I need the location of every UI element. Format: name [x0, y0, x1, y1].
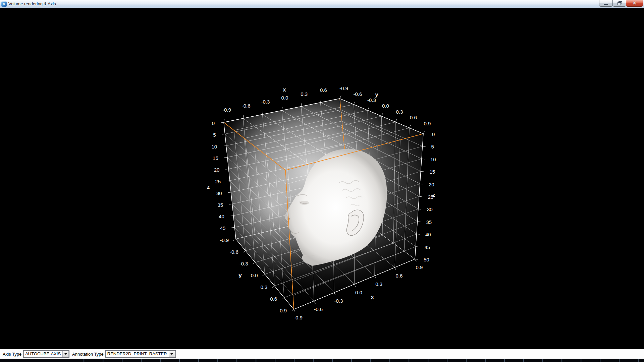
svg-text:-0.9: -0.9 [222, 107, 231, 113]
svg-text:0.6: 0.6 [320, 87, 327, 93]
minimize-button[interactable] [599, 0, 613, 7]
svg-text:y: y [238, 272, 242, 279]
svg-text:5: 5 [213, 132, 216, 138]
3d-scene[interactable]: -0.9-0.6-0.30.00.30.6x-0.9-0.6-0.30.00.3… [0, 8, 644, 349]
close-icon: ✕ [633, 0, 637, 6]
svg-text:0.3: 0.3 [375, 281, 382, 287]
svg-text:45: 45 [220, 225, 226, 231]
svg-text:0.3: 0.3 [301, 91, 308, 97]
axis-type-value: AUTOCUBE-AXIS [23, 351, 62, 357]
annotation-type-value: RENDER2D_PRINT_RASTER [106, 351, 168, 357]
axis-type-select[interactable]: AUTOCUBE-AXIS [23, 350, 69, 358]
svg-text:0.0: 0.0 [355, 290, 362, 295]
taskbar-button-edges [65, 359, 644, 362]
svg-text:-0.6: -0.6 [230, 249, 238, 255]
svg-text:40: 40 [425, 232, 431, 237]
svg-text:0.3: 0.3 [396, 109, 403, 115]
svg-text:5: 5 [431, 144, 434, 149]
svg-text:-0.3: -0.3 [334, 298, 343, 304]
window-controls: ✕ [599, 0, 643, 7]
svg-text:0: 0 [212, 120, 215, 126]
close-button[interactable]: ✕ [626, 0, 643, 7]
svg-text:0.9: 0.9 [424, 121, 431, 126]
svg-text:0.0: 0.0 [382, 103, 389, 109]
application-window: V Volume rendering & Axis ✕ -0.9-0.6-0.3… [0, 0, 644, 362]
svg-text:x: x [371, 294, 374, 300]
minimize-icon [604, 4, 608, 5]
annotation-type-label: Annotation Type [72, 352, 104, 357]
svg-text:10: 10 [212, 144, 217, 149]
svg-text:0.3: 0.3 [260, 284, 267, 290]
svg-text:-0.3: -0.3 [261, 99, 270, 105]
svg-text:-0.9: -0.9 [220, 237, 229, 243]
svg-text:0.6: 0.6 [395, 273, 402, 279]
svg-text:15: 15 [430, 169, 435, 175]
dropdown-arrow-icon [64, 353, 67, 355]
svg-text:-0.6: -0.6 [354, 91, 362, 97]
svg-text:0.0: 0.0 [251, 273, 258, 278]
svg-text:15: 15 [213, 155, 218, 161]
svg-text:50: 50 [424, 257, 429, 262]
svg-text:-0.6: -0.6 [242, 103, 251, 109]
restore-icon [618, 1, 622, 5]
annotation-type-select[interactable]: RENDER2D_PRINT_RASTER [105, 350, 176, 358]
title-bar[interactable]: V Volume rendering & Axis ✕ [0, 0, 644, 8]
svg-text:0.0: 0.0 [281, 95, 288, 101]
axis-type-label: Axis Type [3, 352, 21, 357]
annotation-type-dropdown-button[interactable] [169, 351, 175, 357]
svg-text:30: 30 [216, 190, 222, 196]
svg-text:20: 20 [429, 182, 434, 187]
svg-text:-0.9: -0.9 [339, 85, 348, 91]
svg-text:x: x [283, 86, 286, 93]
svg-text:-0.6: -0.6 [314, 306, 323, 312]
taskbar-edge[interactable] [0, 359, 644, 362]
svg-text:-0.3: -0.3 [239, 261, 248, 266]
render-viewport[interactable]: -0.9-0.6-0.30.00.30.6x-0.9-0.6-0.30.00.3… [0, 8, 644, 349]
svg-text:35: 35 [218, 202, 223, 208]
dropdown-arrow-icon [170, 353, 173, 355]
svg-text:40: 40 [219, 214, 224, 219]
svg-text:y: y [375, 92, 378, 98]
svg-text:30: 30 [427, 206, 433, 212]
svg-text:-0.9: -0.9 [294, 315, 303, 320]
app-icon: V [1, 1, 7, 7]
svg-text:45: 45 [425, 244, 430, 250]
window-title: Volume rendering & Axis [8, 1, 56, 6]
svg-text:0: 0 [432, 131, 435, 137]
svg-text:0.9: 0.9 [416, 264, 423, 270]
svg-text:20: 20 [214, 167, 220, 173]
restore-button[interactable] [612, 0, 626, 7]
svg-text:0.6: 0.6 [270, 296, 277, 302]
svg-text:35: 35 [426, 219, 432, 225]
svg-text:-0.3: -0.3 [367, 97, 376, 103]
axis-type-dropdown-button[interactable] [62, 351, 69, 357]
svg-text:z: z [207, 184, 210, 190]
svg-text:25: 25 [215, 179, 221, 184]
svg-text:0.9: 0.9 [280, 308, 287, 313]
svg-text:z: z [432, 192, 435, 198]
svg-text:0.6: 0.6 [410, 115, 417, 120]
bottom-toolbar: Axis Type AUTOCUBE-AXIS Annotation Type … [0, 349, 644, 359]
svg-text:10: 10 [430, 157, 436, 162]
